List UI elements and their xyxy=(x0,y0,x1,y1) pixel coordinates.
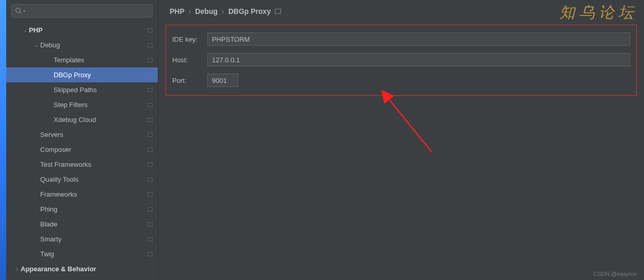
tree-item-label: Test Frameworks xyxy=(40,161,147,168)
tree-item-label: Smarty xyxy=(40,235,147,243)
tree-item-label: PHP xyxy=(29,26,147,34)
search-icon xyxy=(15,7,22,14)
tree-item-servers[interactable]: Servers xyxy=(6,127,158,142)
tree-item-phing[interactable]: Phing xyxy=(6,202,158,217)
search-input-wrapper[interactable]: ▾ xyxy=(11,4,153,18)
search-input[interactable] xyxy=(27,7,149,15)
tree-item-templates[interactable]: Templates xyxy=(6,52,158,67)
tree-item-frameworks[interactable]: Frameworks xyxy=(6,187,158,202)
tree-item-xdebug-cloud[interactable]: Xdebug Cloud xyxy=(6,112,158,127)
annotation-arrow-icon xyxy=(380,90,442,157)
tree-item-smarty[interactable]: Smarty xyxy=(6,232,158,247)
project-badge-icon xyxy=(147,163,153,167)
settings-tree: ⌄PHP⌄DebugTemplatesDBGp ProxySkipped Pat… xyxy=(6,22,158,280)
project-badge-icon xyxy=(147,237,153,241)
port-label: Port: xyxy=(172,77,207,84)
chevron-right-icon: › xyxy=(189,7,191,15)
project-badge-icon xyxy=(147,73,153,77)
breadcrumb-item[interactable]: DBGp Proxy xyxy=(228,7,271,15)
tree-item-step-filters[interactable]: Step Filters xyxy=(6,97,158,112)
tree-item-composer[interactable]: Composer xyxy=(6,142,158,157)
tree-item-label: Xdebug Cloud xyxy=(54,116,147,124)
tree-item-twig[interactable]: Twig xyxy=(6,247,158,261)
tree-item-label: Quality Tools xyxy=(40,176,147,183)
chevron-right-icon: › xyxy=(13,266,21,272)
project-badge-icon xyxy=(147,103,153,107)
tree-item-debug[interactable]: ⌄Debug xyxy=(6,38,158,52)
project-badge-icon xyxy=(147,43,153,47)
tree-item-label: Appearance & Behavior xyxy=(21,265,153,273)
port-input[interactable] xyxy=(207,74,238,87)
tree-item-appearance-behavior[interactable]: ›Appearance & Behavior xyxy=(6,261,158,276)
project-badge-icon xyxy=(147,58,153,62)
project-badge-icon xyxy=(147,222,153,226)
tree-item-label: DBGp Proxy xyxy=(54,71,147,79)
tree-item-label: Phing xyxy=(40,205,147,213)
settings-sidebar: ▾ ⌄PHP⌄DebugTemplatesDBGp ProxySkipped P… xyxy=(6,0,158,280)
chevron-down-icon: ⌄ xyxy=(33,42,40,48)
project-badge-icon xyxy=(147,192,153,197)
main-panel: PHP › Debug › DBGp Proxy IDE key: Host: … xyxy=(158,0,644,280)
project-badge-icon xyxy=(147,178,153,182)
tree-item-label: Twig xyxy=(40,250,147,258)
tree-item-label: Templates xyxy=(54,56,147,64)
project-badge-icon xyxy=(147,133,153,137)
tree-item-skipped-paths[interactable]: Skipped Paths xyxy=(6,82,158,97)
host-input[interactable] xyxy=(207,53,630,66)
project-badge-icon xyxy=(147,252,153,256)
tree-item-php[interactable]: ⌄PHP xyxy=(6,23,158,38)
project-badge-icon xyxy=(147,148,153,152)
tree-item-label: Debug xyxy=(40,41,147,49)
host-label: Host: xyxy=(172,56,207,64)
project-badge-icon xyxy=(147,118,153,122)
watermark-csdn: CSDN @easyrce xyxy=(593,271,637,277)
window-edge xyxy=(0,0,6,280)
tree-item-blade[interactable]: Blade xyxy=(6,217,158,232)
tree-item-label: Step Filters xyxy=(54,101,147,109)
tree-item-label: Blade xyxy=(40,220,147,228)
project-badge-icon xyxy=(147,28,153,32)
ide-key-label: IDE key: xyxy=(172,36,207,43)
project-badge-icon xyxy=(147,88,153,92)
ide-key-input[interactable] xyxy=(207,32,630,46)
project-badge-icon xyxy=(147,207,153,212)
svg-line-0 xyxy=(388,98,432,152)
tree-item-label: Skipped Paths xyxy=(54,86,147,94)
chevron-down-icon: ⌄ xyxy=(22,27,29,33)
tree-item-dbgp-proxy[interactable]: DBGp Proxy xyxy=(6,67,158,82)
tree-item-label: Servers xyxy=(40,131,147,138)
breadcrumb: PHP › Debug › DBGp Proxy xyxy=(158,0,644,25)
dbgp-proxy-form: IDE key: Host: Port: xyxy=(166,25,637,96)
chevron-right-icon: › xyxy=(222,7,224,15)
breadcrumb-item[interactable]: Debug xyxy=(195,7,218,15)
project-badge-icon xyxy=(275,9,281,14)
tree-item-quality-tools[interactable]: Quality Tools xyxy=(6,172,158,187)
search-dropdown-icon: ▾ xyxy=(23,9,25,13)
breadcrumb-item[interactable]: PHP xyxy=(170,7,185,15)
tree-item-test-frameworks[interactable]: Test Frameworks xyxy=(6,157,158,172)
tree-item-label: Frameworks xyxy=(40,190,147,198)
tree-item-label: Composer xyxy=(40,146,147,153)
